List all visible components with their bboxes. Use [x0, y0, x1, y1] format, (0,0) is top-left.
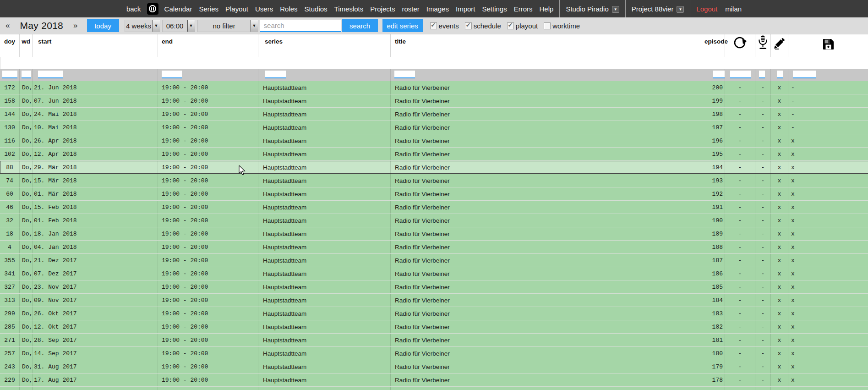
table-row[interactable]: 243 Do, 31. Aug 2017 19:00 - 20:00 Haupt… [0, 360, 868, 374]
cell-time-range: 19:00 - 20:00 [158, 267, 258, 280]
table-row[interactable]: 4 Do, 04. Jan 2018 19:00 - 20:00 Hauptst… [0, 241, 868, 254]
table-row[interactable]: 172 Do, 21. Jun 2018 19:00 - 20:00 Haupt… [0, 81, 868, 94]
table-row[interactable]: 327 Do, 23. Nov 2017 19:00 - 20:00 Haupt… [0, 280, 868, 294]
table-row[interactable]: 18 Do, 18. Jan 2018 19:00 - 20:00 Haupts… [0, 227, 868, 241]
cell-weekday: Do, [19, 307, 32, 320]
table-row[interactable]: 60 Do, 01. Mär 2018 19:00 - 20:00 Haupts… [0, 187, 868, 201]
nav-item-help[interactable]: Help [539, 5, 555, 13]
table-row[interactable]: 355 Do, 21. Dez 2017 19:00 - 20:00 Haupt… [0, 254, 868, 267]
cell-doy: 271 [0, 334, 19, 346]
nav-item-errors[interactable]: Errors [513, 5, 534, 13]
cell-doy: 4 [0, 241, 19, 253]
nav-item-projects[interactable]: Projects [369, 5, 396, 13]
cell-episode: 192 [702, 187, 725, 200]
cell-mic-flag: - [755, 214, 770, 227]
cell-weekday: Do, [19, 227, 32, 240]
cell-series: Hauptstadtteam [258, 254, 390, 267]
layer-checkbox[interactable]: events [430, 22, 459, 30]
filter-select[interactable]: no filter ▼ [197, 20, 258, 32]
table-row[interactable]: 88 Do, 29. Mär 2018 19:00 - 20:00 Haupts… [0, 161, 868, 174]
nav-item-playout[interactable]: Playout [224, 5, 249, 13]
table-row[interactable]: 102 Do, 12. Apr 2018 19:00 - 20:00 Haupt… [0, 148, 868, 161]
layer-checkbox[interactable]: worktime [544, 22, 580, 30]
table-row[interactable]: 271 Do, 28. Sep 2017 19:00 - 20:00 Haupt… [0, 334, 868, 347]
table-row-partial[interactable] [0, 387, 868, 390]
cell-weekday: Do, [19, 347, 32, 360]
layer-checkbox[interactable]: schedule [465, 22, 501, 30]
table-row[interactable]: 32 Do, 01. Feb 2018 19:00 - 20:00 Haupts… [0, 214, 868, 227]
layer-checkbox[interactable]: playout [507, 22, 538, 30]
filter-input-wd[interactable] [22, 71, 31, 78]
cell-weekday: Do, [19, 214, 32, 227]
table-row[interactable]: 144 Do, 24. Mai 2018 19:00 - 20:00 Haupt… [0, 108, 868, 121]
filter-input-title[interactable] [394, 71, 415, 78]
table-row[interactable]: 229 Do, 17. Aug 2017 19:00 - 20:00 Haupt… [0, 374, 868, 387]
filter-input-start[interactable] [38, 71, 63, 78]
table-row[interactable]: 158 Do, 07. Jun 2018 19:00 - 20:00 Haupt… [0, 94, 868, 108]
nav-item-timeslots[interactable]: Timeslots [333, 5, 365, 13]
app-logo[interactable] [147, 3, 158, 15]
logout-link[interactable]: Logout [695, 5, 718, 13]
nav-item-roster[interactable]: roster [401, 5, 420, 13]
checkbox-label: playout [516, 22, 538, 30]
cell-rerun-flag: - [725, 134, 755, 147]
filter-input-rerun[interactable] [730, 71, 751, 78]
table-row[interactable]: 46 Do, 15. Feb 2018 19:00 - 20:00 Haupts… [0, 201, 868, 214]
table-row[interactable]: 257 Do, 14. Sep 2017 19:00 - 20:00 Haupt… [0, 347, 868, 360]
table-row[interactable]: 74 Do, 15. Mär 2018 19:00 - 20:00 Haupts… [0, 174, 868, 187]
table-row[interactable]: 313 Do, 09. Nov 2017 19:00 - 20:00 Haupt… [0, 294, 868, 307]
filter-input-mic[interactable] [759, 71, 765, 78]
checkbox-icon[interactable] [430, 22, 437, 29]
cell-edit-flag: x [770, 214, 788, 227]
search-input[interactable] [260, 20, 341, 32]
app-window: back Calendar Series Playout Users Roles… [0, 0, 868, 390]
table-row[interactable]: 116 Do, 26. Apr 2018 19:00 - 20:00 Haupt… [0, 134, 868, 148]
checkbox-icon[interactable] [507, 22, 514, 29]
cell-time-range: 19:00 - 20:00 [158, 307, 258, 320]
search-button[interactable]: search [342, 19, 378, 32]
cell-rerun-flag: - [725, 201, 755, 214]
cell-rerun-flag: - [725, 187, 755, 200]
cell-start-date: 15. Mär 2018 [32, 174, 158, 187]
cell-series: Hauptstadtteam [258, 360, 390, 373]
cell-start-date: 01. Mär 2018 [32, 187, 158, 200]
nav-item-back[interactable]: back [126, 5, 142, 13]
nav-item-studios[interactable]: Studios [304, 5, 328, 13]
nav-item-series[interactable]: Series [198, 5, 219, 13]
nav-item-images[interactable]: Images [426, 5, 450, 13]
filter-input-episode[interactable] [713, 71, 725, 78]
nav-item-roles[interactable]: Roles [279, 5, 298, 13]
project-dropdown[interactable]: Project 88vier▼ [631, 5, 685, 13]
nav-item-calendar[interactable]: Calendar [164, 5, 193, 13]
today-button[interactable]: today [87, 19, 119, 32]
nav-item-users[interactable]: Users [254, 5, 274, 13]
edit-series-button[interactable]: edit series [382, 19, 423, 32]
cell-mic-flag: - [755, 94, 770, 107]
nav-item-settings[interactable]: Settings [481, 5, 508, 13]
table-row[interactable]: 285 Do, 12. Okt 2017 19:00 - 20:00 Haupt… [0, 320, 868, 334]
filter-input-saved[interactable] [793, 71, 816, 78]
next-month-button[interactable]: » [71, 21, 80, 30]
day-start-time-select[interactable]: 06:00 ▼ [162, 20, 195, 32]
checkbox-icon[interactable] [544, 22, 551, 29]
table-row[interactable]: 130 Do, 10. Mai 2018 19:00 - 20:00 Haupt… [0, 121, 868, 134]
filter-input-edit[interactable] [777, 71, 783, 78]
rerun-icon [733, 35, 747, 49]
schedule-table-body: 172 Do, 21. Jun 2018 19:00 - 20:00 Haupt… [0, 81, 868, 387]
prev-month-button[interactable]: « [3, 21, 12, 30]
checkbox-icon[interactable] [465, 22, 472, 29]
chevron-down-icon: ▼ [251, 20, 258, 32]
filter-input-end[interactable] [162, 71, 182, 78]
cell-edit-flag: x [770, 280, 788, 293]
column-header-mic [755, 34, 770, 57]
filter-input-doy[interactable] [2, 71, 17, 78]
range-select[interactable]: 4 weeks ▼ [125, 20, 160, 32]
filter-input-series[interactable] [265, 71, 286, 78]
table-row[interactable]: 299 Do, 26. Okt 2017 19:00 - 20:00 Haupt… [0, 307, 868, 320]
table-row[interactable]: 341 Do, 07. Dez 2017 19:00 - 20:00 Haupt… [0, 267, 868, 280]
cell-series: Hauptstadtteam [258, 148, 390, 160]
studio-dropdown[interactable]: Studio Piradio▼ [565, 5, 620, 13]
cell-start-date: 17. Aug 2017 [32, 374, 158, 386]
cell-mic-flag: - [755, 121, 770, 134]
nav-item-import[interactable]: Import [455, 5, 476, 13]
